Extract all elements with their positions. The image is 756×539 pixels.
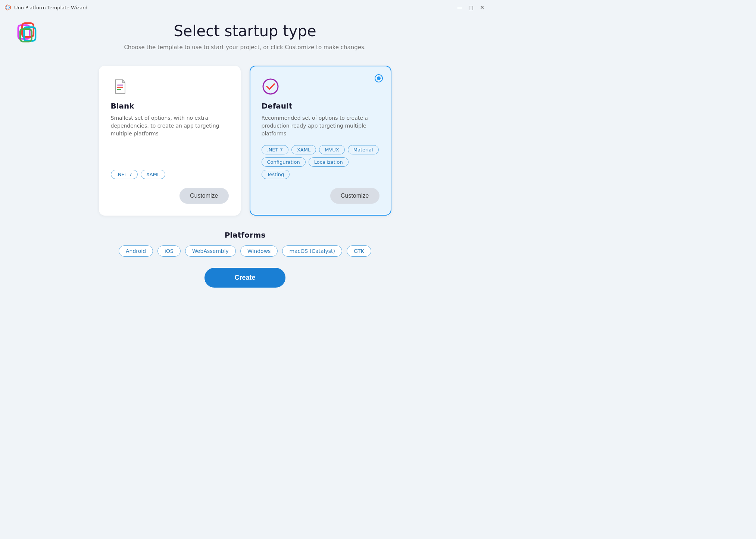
uno-logo [15,19,41,45]
maximize-button[interactable]: □ [468,4,474,11]
tag-default-xaml: XAML [291,145,316,154]
svg-marker-0 [5,5,10,10]
page-subtitle: Choose the template to use to start your… [124,44,366,51]
tag-default-localization: Localization [309,157,349,167]
blank-icon [111,78,129,95]
app-icon [4,4,11,11]
page-title: Select startup type [174,22,316,40]
default-radio[interactable] [374,74,383,83]
window-controls: — □ ✕ [456,4,485,11]
tag-default-configuration: Configuration [262,157,306,167]
platform-webassembly[interactable]: WebAssembly [185,245,236,257]
tag-default-mvux: MVUX [319,145,345,154]
blank-card-desc: Smallest set of options, with no extra d… [111,114,229,162]
svg-point-11 [263,79,278,94]
template-cards: Blank Smallest set of options, with no e… [77,66,413,216]
svg-marker-1 [6,6,10,9]
default-card-title: Default [262,101,379,110]
svg-point-10 [377,76,381,80]
tag-net7: .NET 7 [111,170,138,179]
blank-card-title: Blank [111,101,229,110]
window-title: Uno Platform Template Wizard [14,5,88,10]
platform-android[interactable]: Android [119,245,153,257]
title-bar: Uno Platform Template Wizard — □ ✕ [0,0,490,15]
close-button[interactable]: ✕ [479,4,485,11]
default-card-desc: Recommended set of options to create a p… [262,114,379,138]
main-content: Select startup type Choose the template … [0,15,490,336]
tag-default-material: Material [348,145,379,154]
blank-card[interactable]: Blank Smallest set of options, with no e… [99,66,241,216]
platforms-row: Android iOS WebAssembly Windows macOS (C… [119,245,371,257]
default-card[interactable]: Default Recommended set of options to cr… [250,66,391,216]
platform-macos[interactable]: macOS (Catalyst) [282,245,342,257]
create-button[interactable]: Create [204,268,285,288]
platform-ios[interactable]: iOS [157,245,181,257]
platform-gtk[interactable]: GTK [347,245,371,257]
default-card-tags: .NET 7 XAML MVUX Material Configuration … [262,145,379,179]
default-customize-button[interactable]: Customize [330,188,379,204]
default-icon [262,78,279,95]
tag-default-testing: Testing [262,170,290,179]
platform-windows[interactable]: Windows [240,245,278,257]
tag-xaml: XAML [141,170,165,179]
platforms-title: Platforms [225,231,266,239]
blank-customize-button[interactable]: Customize [179,188,229,204]
title-bar-left: Uno Platform Template Wizard [4,4,88,11]
minimize-button[interactable]: — [456,4,463,11]
tag-default-net7: .NET 7 [262,145,288,154]
blank-card-tags: .NET 7 XAML [111,170,229,179]
platforms-section: Platforms Android iOS WebAssembly Window… [15,231,475,257]
